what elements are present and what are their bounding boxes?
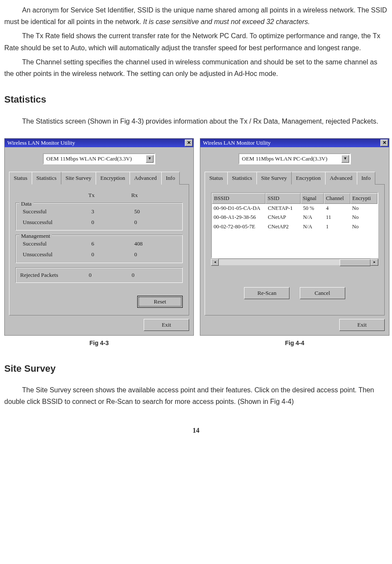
- mgmt-unsuccessful-rx: 0: [134, 249, 169, 260]
- tab-encryption[interactable]: Encryption: [96, 172, 130, 185]
- cell-encrypt: No: [350, 213, 377, 222]
- col-rx: Rx: [131, 191, 174, 200]
- cell-bssid: 00-08-A1-29-38-56: [212, 213, 266, 222]
- window-title: Wireless LAN Monitor Utility: [7, 138, 75, 148]
- group-data: Data Successful 3 50 Unsuccessful 0 0: [15, 203, 183, 230]
- tab-info[interactable]: Info: [357, 172, 376, 185]
- cell-ssid: CNetAP2: [266, 222, 302, 231]
- label-unsuccessful: Unsuccessful: [20, 217, 91, 228]
- survey-table[interactable]: BSSID SSID Signal Channel Encrypti 00-90…: [211, 192, 378, 258]
- cell-encrypt: No: [350, 222, 377, 231]
- paragraph-statistics: The Statistics screen (Shown in Fig 4-3)…: [4, 115, 388, 127]
- adapter-dropdown[interactable]: OEM 11Mbps WLAN PC-Card(3.3V) ▼: [238, 153, 351, 164]
- window-statistics: Wireless LAN Monitor Utility ✕ OEM 11Mbp…: [4, 138, 194, 336]
- tab-status[interactable]: Status: [205, 172, 228, 185]
- adapter-dropdown[interactable]: OEM 11Mbps WLAN PC-Card(3.3V) ▼: [43, 153, 155, 164]
- fig-caption-4-3: Fig 4-3: [4, 338, 194, 349]
- chevron-down-icon: ▼: [146, 155, 154, 163]
- tab-site-survey[interactable]: Site Survey: [256, 172, 292, 185]
- titlebar: Wireless LAN Monitor Utility ✕: [200, 139, 389, 147]
- rejected-rx: 0: [132, 270, 135, 280]
- group-mgmt-legend: Management: [19, 231, 52, 241]
- cancel-button[interactable]: Cancel: [300, 287, 345, 299]
- close-button[interactable]: ✕: [380, 139, 388, 146]
- tab-encryption[interactable]: Encryption: [291, 172, 326, 185]
- col-signal[interactable]: Signal: [301, 193, 324, 204]
- page-number: 14: [4, 425, 388, 436]
- cell-signal: N/A: [301, 222, 324, 231]
- scroll-track[interactable]: [219, 259, 371, 265]
- rejected-label: Rejected Packets: [20, 270, 89, 280]
- data-successful-tx: 3: [91, 206, 134, 217]
- cell-encrypt: No: [350, 204, 377, 213]
- site-survey-panel: BSSID SSID Signal Channel Encrypti 00-90…: [205, 185, 385, 315]
- mgmt-unsuccessful-tx: 0: [91, 249, 134, 260]
- dropdown-value: OEM 11Mbps WLAN PC-Card(3.3V): [46, 154, 132, 164]
- horizontal-scrollbar[interactable]: ◂ ▸: [211, 258, 378, 266]
- heading-site-survey: Site Survey: [4, 361, 388, 376]
- rescan-button[interactable]: Re-Scan: [244, 287, 289, 299]
- fig-caption-4-4: Fig 4-4: [200, 338, 389, 349]
- cell-ssid: CNETAP-1: [266, 204, 302, 213]
- window-title: Wireless LAN Monitor Utility: [203, 138, 271, 148]
- cell-channel: 11: [324, 213, 350, 222]
- scroll-left-icon[interactable]: ◂: [211, 259, 219, 266]
- cell-channel: 4: [324, 204, 350, 213]
- mgmt-successful-tx: 6: [91, 239, 134, 249]
- col-tx: Tx: [88, 191, 131, 200]
- tab-status[interactable]: Status: [9, 172, 32, 185]
- col-channel[interactable]: Channel: [324, 193, 350, 204]
- table-row[interactable]: 00-02-72-80-05-7E CNetAP2 N/A 1 No: [212, 222, 377, 231]
- close-button[interactable]: ✕: [185, 139, 193, 146]
- rejected-tx: 0: [89, 270, 132, 280]
- tab-site-survey[interactable]: Site Survey: [61, 172, 96, 185]
- data-unsuccessful-rx: 0: [134, 217, 169, 228]
- survey-header: BSSID SSID Signal Channel Encrypti: [212, 193, 377, 204]
- exit-button[interactable]: Exit: [144, 319, 189, 331]
- paragraph-txrate: The Tx Rate field shows the current tran…: [4, 30, 388, 53]
- cell-bssid: 00-02-72-80-05-7E: [212, 222, 266, 231]
- tab-info[interactable]: Info: [161, 172, 180, 185]
- chevron-down-icon: ▼: [341, 155, 349, 163]
- survey-body: 00-90-D1-05-CA-DA CNETAP-1 50 % 4 No 00-…: [212, 204, 377, 231]
- cell-signal: N/A: [301, 213, 324, 222]
- data-unsuccessful-tx: 0: [91, 217, 134, 228]
- cell-bssid: 00-90-D1-05-CA-DA: [212, 204, 266, 213]
- col-bssid[interactable]: BSSID: [212, 193, 265, 204]
- figure-4-3: Wireless LAN Monitor Utility ✕ OEM 11Mbp…: [4, 138, 194, 349]
- tab-statistics[interactable]: Statistics: [227, 172, 257, 185]
- heading-statistics: Statistics: [4, 91, 388, 107]
- titlebar: Wireless LAN Monitor Utility ✕: [5, 139, 193, 147]
- exit-button[interactable]: Exit: [339, 319, 385, 331]
- window-site-survey: Wireless LAN Monitor Utility ✕ OEM 11Mbp…: [200, 138, 389, 336]
- table-row[interactable]: 00-08-A1-29-38-56 CNetAP N/A 11 No: [212, 213, 377, 222]
- tab-statistics[interactable]: Statistics: [32, 172, 61, 185]
- tab-advanced[interactable]: Advanced: [325, 172, 357, 185]
- col-encryption[interactable]: Encrypti: [350, 193, 377, 204]
- rejected-packets-row: Rejected Packets 0 0: [15, 267, 183, 283]
- paragraph-ssid: An acronym for Service Set Identifier, S…: [4, 4, 388, 27]
- figures-row: Wireless LAN Monitor Utility ✕ OEM 11Mbp…: [4, 138, 388, 349]
- statistics-panel: Tx Rx Data Successful 3 50 Unsuccessful …: [9, 185, 189, 315]
- cell-signal: 50 %: [301, 204, 324, 213]
- tab-row: Status Statistics Site Survey Encryption…: [205, 171, 385, 185]
- reset-button[interactable]: Reset: [137, 296, 183, 308]
- col-ssid[interactable]: SSID: [265, 193, 301, 204]
- tab-row: Status Statistics Site Survey Encryption…: [9, 171, 189, 185]
- client-area: OEM 11Mbps WLAN PC-Card(3.3V) ▼ Status S…: [200, 147, 389, 335]
- group-data-legend: Data: [19, 199, 33, 209]
- scroll-right-icon[interactable]: ▸: [371, 259, 378, 266]
- client-area: OEM 11Mbps WLAN PC-Card(3.3V) ▼ Status S…: [5, 147, 193, 335]
- group-management: Management Successful 6 408 Unsuccessful…: [15, 235, 183, 263]
- scroll-thumb[interactable]: [340, 259, 371, 266]
- figure-4-4: Wireless LAN Monitor Utility ✕ OEM 11Mbp…: [200, 138, 389, 349]
- text-italic: It is case sensitive and must not exceed…: [143, 18, 310, 25]
- data-successful-rx: 50: [134, 206, 169, 217]
- paragraph-site-survey: The Site Survey screen shows the availab…: [4, 384, 388, 407]
- cell-ssid: CNetAP: [266, 213, 302, 222]
- paragraph-channel: The Channel setting specifies the channe…: [4, 56, 388, 79]
- close-icon: ✕: [383, 139, 386, 147]
- tab-advanced[interactable]: Advanced: [130, 172, 162, 185]
- table-row[interactable]: 00-90-D1-05-CA-DA CNETAP-1 50 % 4 No: [212, 204, 377, 213]
- cell-channel: 1: [324, 222, 350, 231]
